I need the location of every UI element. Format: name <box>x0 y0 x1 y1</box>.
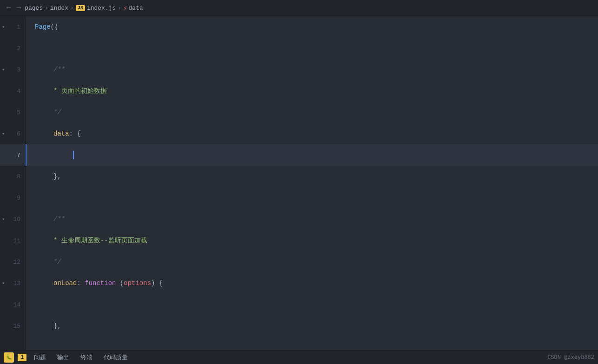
line-numbers-gutter: ▾12▾345▾6789▾101112▾131415 <box>0 16 26 350</box>
breadcrumb-sep-2: › <box>70 5 74 12</box>
status-number: 1 <box>18 354 26 361</box>
token-8-0: }, <box>53 173 61 180</box>
line-number-7: 7 <box>0 144 25 166</box>
token-11-1: 生命周期函数--监听页面加载 <box>61 236 147 245</box>
line-num-text-6: 6 <box>17 130 20 137</box>
line-number-1: ▾1 <box>0 16 25 38</box>
breadcrumb-sep-1: › <box>45 5 48 12</box>
code-line-11[interactable]: * 生命周期函数--监听页面加载 <box>26 230 598 251</box>
breadcrumb-data: data <box>129 5 143 12</box>
code-line-1[interactable]: Page({ <box>26 16 598 38</box>
line-number-10: ▾10 <box>0 208 25 230</box>
breadcrumb-sep-3: › <box>118 5 121 12</box>
token-1-0: Page <box>35 23 51 31</box>
breadcrumb-bar: ← → pages › index › JS index.js › ⚡ data <box>0 0 598 16</box>
line-number-14: 14 <box>0 294 25 315</box>
line-num-text-4: 4 <box>17 88 20 95</box>
code-line-13[interactable]: onLoad: function (options) { <box>26 273 598 294</box>
code-line-10[interactable]: /** <box>26 208 598 230</box>
code-line-7[interactable] <box>26 144 598 166</box>
line-number-12: 12 <box>0 251 25 273</box>
token-6-1: : { <box>69 130 81 137</box>
breadcrumb-pages[interactable]: pages <box>25 5 43 12</box>
bug-icon: 🐛 <box>4 352 14 363</box>
tab-output[interactable]: 输出 <box>53 352 73 363</box>
line-num-text-8: 8 <box>17 173 20 180</box>
code-line-12[interactable]: */ <box>26 251 598 273</box>
status-left: 🐛 1 问题 输出 终端 代码质量 <box>4 352 131 363</box>
line-number-15: 15 <box>0 315 25 337</box>
line-number-8: 8 <box>0 166 25 187</box>
fold-arrow-10[interactable]: ▾ <box>2 216 5 222</box>
code-line-3[interactable]: /** <box>26 59 598 80</box>
code-line-15[interactable]: }, <box>26 315 598 337</box>
code-content[interactable]: Page({/*** 页面的初始数据*/data: {},/*** 生命周期函数… <box>26 16 598 350</box>
token-13-0: onLoad <box>53 280 77 287</box>
js-badge: JS <box>76 5 85 11</box>
code-line-2[interactable] <box>26 38 598 59</box>
token-4-1: 页面的初始数据 <box>61 87 107 95</box>
token-13-2: function <box>85 280 116 287</box>
line-num-text-15: 15 <box>13 323 20 330</box>
token-13-3: ( <box>116 280 124 287</box>
line-num-text-13: 13 <box>13 280 20 287</box>
code-line-14[interactable] <box>26 294 598 315</box>
line-number-5: 5 <box>0 102 25 123</box>
line-num-text-5: 5 <box>17 109 20 116</box>
code-line-6[interactable]: data: { <box>26 123 598 144</box>
token-13-5: ) { <box>151 280 163 287</box>
code-line-9[interactable] <box>26 187 598 208</box>
line-num-text-7: 7 <box>17 152 20 159</box>
token-5-0: */ <box>53 109 61 116</box>
line-number-4: 4 <box>0 80 25 102</box>
tab-code-quality[interactable]: 代码质量 <box>100 352 131 363</box>
breadcrumb-indexjs[interactable]: index.js <box>87 5 116 12</box>
fold-arrow-1[interactable]: ▾ <box>2 24 5 30</box>
line-number-3: ▾3 <box>0 59 25 80</box>
editor-container: ▾12▾345▾6789▾101112▾131415 Page({/*** 页面… <box>0 16 598 350</box>
token-11-0: * <box>53 237 61 244</box>
token-6-0: data <box>53 130 69 137</box>
line-num-text-2: 2 <box>17 45 20 52</box>
code-line-5[interactable]: */ <box>26 102 598 123</box>
token-12-0: */ <box>53 258 61 266</box>
symbol-icon: ⚡ <box>123 4 127 12</box>
line-number-2: 2 <box>0 38 25 59</box>
line-num-text-14: 14 <box>13 301 20 308</box>
token-3-0: /** <box>53 66 65 73</box>
line-num-text-9: 9 <box>17 195 20 202</box>
line-number-11: 11 <box>0 230 25 251</box>
token-10-0: /** <box>53 215 65 223</box>
status-bar: 🐛 1 问题 输出 终端 代码质量 CSDN @zxeyb882 <box>0 350 598 364</box>
code-line-8[interactable]: }, <box>26 166 598 187</box>
line-number-13: ▾13 <box>0 273 25 294</box>
back-button[interactable]: ← <box>5 3 13 13</box>
forward-button[interactable]: → <box>15 3 23 13</box>
breadcrumb-symbol-data[interactable]: ⚡ data <box>123 4 143 12</box>
fold-arrow-6[interactable]: ▾ <box>2 131 5 136</box>
line-number-6: ▾6 <box>0 123 25 144</box>
token-4-0: * <box>53 87 61 95</box>
line-num-text-1: 1 <box>17 24 20 31</box>
status-right-label: CSDN @zxeyb882 <box>547 354 594 361</box>
fold-arrow-13[interactable]: ▾ <box>2 280 5 286</box>
fold-arrow-3[interactable]: ▾ <box>2 67 5 72</box>
tab-issues[interactable]: 问题 <box>30 352 50 363</box>
line-num-text-3: 3 <box>17 66 20 73</box>
code-line-4[interactable]: * 页面的初始数据 <box>26 80 598 102</box>
breadcrumb-index[interactable]: index <box>50 5 68 12</box>
cursor <box>73 151 74 159</box>
line-number-9: 9 <box>0 187 25 208</box>
line-num-text-10: 10 <box>13 216 20 223</box>
line-num-text-12: 12 <box>13 259 20 266</box>
line-num-text-11: 11 <box>13 237 20 244</box>
tab-terminal[interactable]: 终端 <box>77 352 96 363</box>
token-1-1: ({ <box>51 23 59 31</box>
token-15-0: }, <box>53 322 61 330</box>
token-13-1: : <box>77 280 85 287</box>
token-13-4: options <box>124 280 151 287</box>
